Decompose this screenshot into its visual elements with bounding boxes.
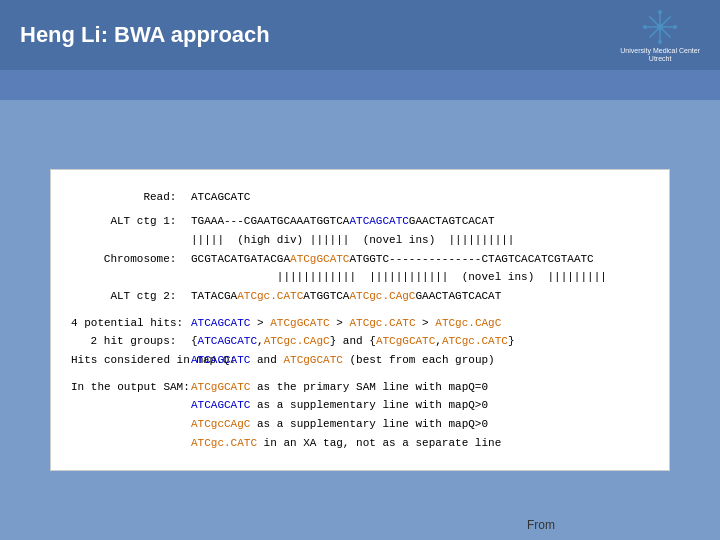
hit-groups-open1: { — [191, 332, 198, 351]
sam-orange3: ATCgc.CATC — [191, 434, 257, 453]
svg-point-10 — [658, 40, 662, 44]
logo-area: University Medical Center Utrecht — [620, 7, 700, 64]
chrom-pipes: |||||||||||| |||||||||||| (novel ins) ||… — [191, 268, 607, 287]
mapq-orange: ATCgGCATC — [283, 351, 342, 370]
hit-groups-comma1: , — [257, 332, 264, 351]
sam-row2: ATCAGCATC as a supplementary line with m… — [71, 396, 649, 415]
svg-point-9 — [658, 10, 662, 14]
svg-line-7 — [660, 16, 671, 27]
header: Heng Li: BWA approach — [0, 0, 720, 70]
hits-label: 4 potential hits: — [71, 314, 191, 333]
alt-ctg1-seq-row: ALT ctg 1: TGAAA---CGAATGCAAATGGTCAATCAG… — [71, 212, 649, 231]
hit-groups-row: 2 hit groups: {ATCAGCATC,ATCgc.CAgC} and… — [71, 332, 649, 351]
read-seq: ATCAGCATC — [191, 188, 250, 207]
mapq-label: Hits considered in map.Q: — [71, 351, 191, 370]
sam-orange2: ATCgcCAgC — [191, 415, 250, 434]
sam-row1: In the output SAM: ATCgGCATC as the prim… — [71, 378, 649, 397]
sam-label: In the output SAM: — [71, 378, 191, 397]
svg-line-5 — [650, 16, 661, 27]
alt-ctg1-pipes: ||||| (high div) |||||| (novel ins) ||||… — [191, 231, 514, 250]
slide-title: Heng Li: BWA approach — [20, 22, 270, 48]
hits-gt2: > — [330, 314, 350, 333]
chrom-pre: GCGTACATGATACGA — [191, 250, 290, 269]
hits-blue: ATCAGCATC — [191, 314, 250, 333]
chrom-label: Chromosome: — [71, 250, 191, 269]
alt-ctg2-post: GAACTAGTCACAT — [415, 287, 501, 306]
read-row: Read: ATCAGCATC — [71, 188, 649, 207]
hit-groups-and: } and { — [330, 332, 376, 351]
slide: Heng Li: BWA approach — [0, 0, 720, 540]
content-box: Read: ATCAGCATC ALT ctg 1: TGAAA---CGAAT… — [50, 169, 670, 472]
hits-orange1: ATCgGCATC — [270, 314, 329, 333]
umc-logo-icon — [640, 7, 680, 47]
hit-groups-blue: ATCAGCATC — [198, 332, 257, 351]
alt-ctg2-orange2: ATCgc.CAgC — [349, 287, 415, 306]
sam-blue: ATCAGCATC — [191, 396, 250, 415]
hits-row: 4 potential hits: ATCAGCATC > ATCgGCATC … — [71, 314, 649, 333]
sam-row4: ATCgc.CATC in an XA tag, not as a separa… — [71, 434, 649, 453]
svg-point-11 — [643, 25, 647, 29]
main-content: Read: ATCAGCATC ALT ctg 1: TGAAA---CGAAT… — [0, 100, 720, 540]
hit-groups-close: } — [508, 332, 515, 351]
mapq-row: Hits considered in map.Q: ATCAGCATC and … — [71, 351, 649, 370]
alt-ctg1-pipes-row: ||||| (high div) |||||| (novel ins) ||||… — [71, 231, 649, 250]
svg-point-12 — [673, 25, 677, 29]
svg-line-6 — [660, 27, 671, 38]
hit-groups-orange1: ATCgc.CAgC — [264, 332, 330, 351]
alt-ctg1-blue: ATCAGCATC — [349, 212, 408, 231]
hit-groups-label: 2 hit groups: — [71, 332, 191, 351]
from-label: From — [527, 518, 555, 532]
chrom-orange: ATCgGCATC — [290, 250, 349, 269]
alt-ctg2-label: ALT ctg 2: — [71, 287, 191, 306]
alt-ctg2-pre: TATACGA — [191, 287, 237, 306]
read-label: Read: — [71, 188, 191, 207]
hits-gt3: > — [415, 314, 435, 333]
sam-orange1: ATCgGCATC — [191, 378, 250, 397]
hit-groups-orange3: ATCgc.CATC — [442, 332, 508, 351]
alt-ctg1-pre: TGAAA---CGAATGCAAATGGTCA — [191, 212, 349, 231]
sam-line4-rest: in an XA tag, not as a separate line — [257, 434, 501, 453]
sam-line1-rest: as the primary SAM line with mapQ=0 — [250, 378, 488, 397]
mapq-blue: ATCAGCATC — [191, 351, 250, 370]
sam-row3: ATCgcCAgC as a supplementary line with m… — [71, 415, 649, 434]
chrom-seq-row: Chromosome: GCGTACATGATACGAATCgGCATCATGG… — [71, 250, 649, 269]
sam-line2-rest: as a supplementary line with mapQ>0 — [250, 396, 488, 415]
blue-band — [0, 70, 720, 100]
chrom-post: ATGGTC--------------CTAGTCACATCGTAATC — [349, 250, 593, 269]
alt-ctg1-post: GAACTAGTCACAT — [409, 212, 495, 231]
svg-line-8 — [650, 27, 661, 38]
hits-gt1: > — [250, 314, 270, 333]
hit-groups-comma2: , — [435, 332, 442, 351]
hits-orange3: ATCgc.CAgC — [435, 314, 501, 333]
sam-line3-rest: as a supplementary line with mapQ>0 — [250, 415, 488, 434]
mapq-rest: (best from each group) — [343, 351, 495, 370]
alt-ctg2-orange1: ATCgc.CATC — [237, 287, 303, 306]
alt-ctg2-mid: ATGGTCA — [303, 287, 349, 306]
alt-ctg2-seq-row: ALT ctg 2: TATACGAATCgc.CATCATGGTCAATCgc… — [71, 287, 649, 306]
logo-text: University Medical Center Utrecht — [620, 47, 700, 64]
alt-ctg1-label: ALT ctg 1: — [71, 212, 191, 231]
chrom-pipes-row: |||||||||||| |||||||||||| (novel ins) ||… — [71, 268, 649, 287]
hits-orange2: ATCgc.CATC — [349, 314, 415, 333]
hit-groups-orange2: ATCgGCATC — [376, 332, 435, 351]
mapq-and: and — [250, 351, 283, 370]
